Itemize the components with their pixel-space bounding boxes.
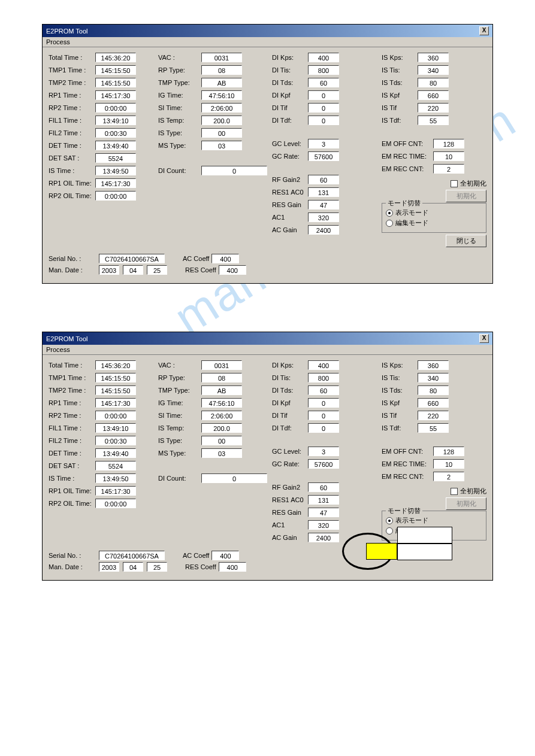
field-label: IS Tds: [382,387,418,394]
mandate-month: 04 [123,265,143,275]
field-label: IS Kps: [382,54,418,61]
field-value: 10 [433,459,464,469]
field-value: 0031 [201,360,242,370]
field-label: RP2 OIL Time: [49,192,95,199]
res-coeff-label: RES Coeff [185,266,216,274]
field-value: 2 [433,472,464,481]
serial-label: Serial No. : [49,255,95,262]
field-value: 10 [433,151,464,161]
field-value: 13:49:10 [95,423,136,433]
field-label: GC Level: [272,448,308,455]
field-value: 47:56:10 [201,398,242,408]
field-label: TMP2 Time : [49,79,95,86]
field-value: 145:36:20 [95,53,136,62]
field-label: IS Tdf: [382,424,418,432]
field-value: 08 [201,373,242,382]
field-label: DET Time : [49,142,95,149]
field-value: 360 [418,360,449,370]
field-label: DI Count: [158,167,201,174]
field-label: RP1 OIL Time: [49,180,95,187]
field-value: AB [201,78,242,87]
field-value: 0 [308,103,339,113]
field-value: 145:15:50 [95,385,136,395]
field-value: 55 [418,423,449,433]
window-title: E2PROM Tool [46,28,88,35]
field-value: 800 [308,373,339,382]
field-value: 320 [308,212,339,222]
field-value: 60 [308,482,339,492]
field-value: 660 [418,90,449,100]
field-label: DI Tis: [272,374,308,381]
field-value: 0 [308,90,339,100]
field-label: DET SAT : [49,462,95,469]
field-value: 13:49:10 [95,116,136,125]
field-value: 0:00:00 [95,499,136,508]
window-e2prom-top: E2PROM Tool X Process Total Time :145:36… [42,24,493,284]
field-label: IS Tis: [382,66,418,74]
field-value: 220 [418,103,449,113]
close-icon[interactable]: X [479,334,489,343]
field-label: IS Kps: [382,362,418,369]
mandate-month: 04 [123,562,143,572]
mandate-year: 2003 [99,265,119,275]
field-value: 2 [433,164,464,174]
field-value: 13:49:40 [95,141,136,150]
ac-coeff-value: 400 [211,551,239,560]
field-value: 400 [308,53,339,62]
serial-value: C70264100667SA [99,551,165,560]
field-value: 57600 [308,151,339,161]
field-value: 128 [433,139,464,148]
field-value: 0:00:00 [95,411,136,420]
field-label: IS Temp: [158,424,201,432]
field-label: IG Time: [158,399,201,406]
field-value: 131 [308,187,339,197]
field-label: RP Type: [158,374,201,381]
serial-label: Serial No. : [49,552,95,559]
field-label: FIL2 Time : [49,437,95,444]
close-button[interactable]: 閉じる [446,235,486,247]
field-label: RP1 Time : [49,399,95,406]
field-value: 400 [308,360,339,370]
field-value: 2400 [308,225,339,235]
init-button[interactable]: 初期化 [446,190,486,202]
field-value: 0 [201,166,267,175]
field-label: Total Time : [49,362,95,369]
init-all-checkbox[interactable]: 全初期化 [451,487,486,496]
field-value: 13:49:50 [95,166,136,175]
init-all-checkbox[interactable]: 全初期化 [451,179,486,188]
field-label: DI Count: [158,475,201,482]
mode-group-title: モード切替 [386,506,422,515]
field-label: Total Time : [49,54,95,61]
field-label: FIL1 Time : [49,117,95,124]
radio-edit-mode[interactable]: 編集モード [386,526,482,535]
mandate-day: 25 [147,562,167,572]
field-value: 47 [308,200,339,210]
mandate-label: Man. Date : [49,266,95,274]
field-value: 08 [201,65,242,75]
field-value: 340 [418,65,449,75]
window-e2prom-bottom: E2PROM Tool X Process Total Time :145:36… [42,332,493,581]
field-label: SI Time: [158,104,201,111]
field-label: DET Time : [49,450,95,457]
field-label: IS Tdf: [382,117,418,124]
field-value: 660 [418,398,449,408]
field-label: IS Type: [158,129,201,136]
mode-group: モード切替表示モード編集モード [382,511,486,541]
close-icon[interactable]: X [479,26,489,35]
radio-display-mode[interactable]: 表示モード [386,208,482,217]
radio-edit-mode[interactable]: 編集モード [386,218,482,227]
field-label: IS Tds: [382,79,418,86]
field-value: 360 [418,53,449,62]
radio-display-mode[interactable]: 表示モード [386,516,482,525]
field-label: IS Tis: [382,374,418,381]
res-coeff-value: 400 [219,562,246,572]
field-value: 47:56:10 [201,90,242,100]
init-button[interactable]: 初期化 [446,497,486,510]
field-label: IS Kpf [382,399,418,406]
field-label: EM REC TIME: [382,460,433,467]
field-value: 220 [418,411,449,420]
field-value: 2:06:00 [201,411,242,420]
field-label: DI Tdf: [272,424,308,432]
field-label: RP1 OIL Time: [49,487,95,494]
field-label: DI Kpf [272,399,308,406]
